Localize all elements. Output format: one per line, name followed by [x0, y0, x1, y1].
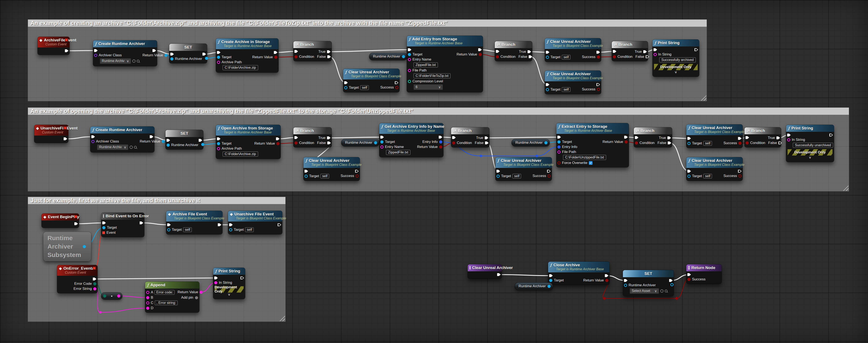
exec-pin[interactable] — [408, 48, 411, 52]
bool-pin[interactable] — [597, 56, 600, 59]
bool-pin[interactable] — [439, 145, 442, 149]
pin-text-input[interactable]: C:\Folder\FileToZip.txt — [413, 73, 451, 78]
exec-pin[interactable] — [485, 141, 489, 145]
str-pin[interactable] — [217, 61, 220, 64]
bool-pin[interactable] — [557, 162, 561, 165]
exec-pin[interactable] — [496, 50, 499, 53]
obj-pin[interactable] — [549, 279, 552, 282]
byte-pin[interactable] — [93, 282, 96, 285]
node-set1[interactable]: SETRuntime Archiver — [169, 44, 207, 63]
exec-pin[interactable] — [74, 222, 78, 226]
exec-pin[interactable] — [596, 83, 600, 86]
obj-pin[interactable] — [408, 53, 411, 56]
int-pin[interactable] — [408, 80, 411, 83]
node-e2[interactable]: ◈UnarchiveFileEventCustom Event — [34, 125, 68, 143]
exec-pin[interactable] — [776, 136, 780, 140]
exec-pin[interactable] — [624, 279, 627, 282]
bool-pin[interactable] — [395, 86, 398, 89]
bool-pin[interactable] — [687, 278, 690, 281]
exec-pin[interactable] — [380, 135, 384, 139]
exec-pin[interactable] — [694, 48, 698, 52]
node-br4[interactable]: ⇄BranchTrueConditionFalse — [293, 127, 332, 147]
node-bp[interactable]: ◈Event BeginPlay — [41, 213, 79, 228]
bool-pin[interactable] — [478, 53, 482, 56]
node-ps2[interactable]: ƒPrint StringIn StringSuccessfully unarc… — [786, 125, 834, 162]
exec-pin[interactable] — [668, 141, 671, 145]
node-app[interactable]: ƒAppendAError code:Return ValueBAdd pin⊕… — [145, 282, 199, 313]
str-pin[interactable] — [557, 150, 561, 154]
exec-pin[interactable] — [738, 169, 742, 173]
exec-pin[interactable] — [167, 223, 171, 227]
wire[interactable] — [276, 52, 296, 53]
node-cua1[interactable]: ƒClear Unreal ArchiverTarget is Blueprin… — [343, 69, 399, 92]
node-ca[interactable]: ƒClose ArchiveTarget is Runtime Archiver… — [548, 262, 610, 285]
exec-pin[interactable] — [687, 169, 691, 173]
exec-pin[interactable] — [140, 221, 143, 225]
str-pin[interactable] — [117, 294, 120, 297]
obj-pin[interactable] — [201, 143, 204, 146]
obj-pin[interactable] — [102, 226, 105, 229]
obj-pin[interactable] — [217, 142, 220, 145]
exec-pin[interactable] — [613, 50, 616, 53]
variable-node-pill4[interactable]: Runtime Archiver — [515, 283, 553, 290]
variable-node-rasub[interactable]: RuntimeArchiverSubsystem — [43, 232, 91, 261]
search-icon[interactable] — [665, 290, 668, 292]
reset-icon[interactable] — [130, 146, 133, 149]
exec-pin[interactable] — [624, 135, 628, 139]
node-oer[interactable]: ◈OnError_EventaCustom EventError CodeErr… — [57, 265, 97, 293]
struct-pin[interactable] — [557, 145, 561, 149]
obj-pin[interactable] — [557, 140, 561, 144]
node-ret[interactable]: Return NodeSuccess — [686, 264, 722, 284]
pin-value-box[interactable]: self — [703, 141, 712, 146]
exec-pin[interactable] — [687, 137, 691, 140]
exec-pin[interactable] — [278, 223, 281, 227]
obj-pin[interactable] — [164, 54, 167, 57]
variable-node-pill3[interactable]: Runtime Archiver — [512, 139, 550, 146]
node-br5[interactable]: ⇄BranchTrueConditionFalse — [451, 127, 489, 147]
exec-pin[interactable] — [305, 169, 308, 173]
node-br7[interactable]: ⇄BranchTrueConditionFalse — [745, 127, 781, 147]
exec-pin[interactable] — [217, 51, 220, 54]
str-pin[interactable] — [654, 53, 657, 56]
bool-pin[interactable] — [597, 88, 600, 91]
cls-pin[interactable] — [91, 140, 94, 143]
exec-pin[interactable] — [229, 223, 233, 227]
obj-pin[interactable] — [687, 142, 690, 145]
exec-pin[interactable] — [203, 52, 206, 56]
pin-value-box[interactable]: self — [183, 227, 192, 232]
reroute-dot[interactable] — [99, 311, 102, 314]
node-ees[interactable]: ƒExtract Entry to StorageTarget is Runti… — [556, 123, 629, 167]
node-aes[interactable]: ƒAdd Entry from StorageTarget is Runtime… — [407, 36, 483, 92]
wire[interactable] — [329, 137, 382, 138]
exec-pin[interactable] — [829, 133, 833, 137]
obj-pin[interactable] — [548, 285, 551, 288]
obj-pin[interactable] — [305, 175, 308, 178]
bool-pin[interactable] — [452, 141, 455, 145]
exec-pin[interactable] — [294, 136, 298, 139]
exec-pin[interactable] — [327, 50, 331, 54]
bool-pin[interactable] — [738, 142, 742, 145]
str-pin[interactable] — [146, 291, 149, 294]
dropdown[interactable]: 6∨ — [413, 84, 443, 90]
str-pin[interactable] — [146, 296, 149, 299]
exec-pin[interactable] — [294, 50, 298, 53]
node-ps1[interactable]: ƒPrint StringIn StringSuccessfully archi… — [653, 39, 699, 77]
wire[interactable] — [65, 137, 93, 139]
node-bind[interactable]: Bind Event to On ErrorTargetEvent — [101, 213, 144, 237]
search-icon[interactable] — [137, 60, 140, 62]
obj-pin[interactable] — [496, 175, 500, 178]
exec-pin[interactable] — [496, 169, 500, 173]
obj-pin[interactable] — [167, 228, 170, 231]
node-ufe[interactable]: ◈Unarchive File EventTarget is Blueprint… — [228, 211, 282, 234]
exec-pin[interactable] — [439, 135, 442, 139]
wire[interactable] — [119, 296, 148, 298]
obj-pin[interactable] — [545, 141, 548, 144]
pin-text-input[interactable]: Successfully unarchived — [793, 143, 833, 148]
delegate-pin[interactable] — [65, 38, 68, 41]
node-cua2[interactable]: ƒClear Unreal ArchiverTarget is Blueprin… — [545, 38, 601, 62]
dropdown[interactable]: Runtime Archiv∨ — [100, 58, 131, 64]
wire[interactable] — [76, 223, 104, 224]
pin-value-box[interactable]: self — [513, 174, 521, 178]
node-set2[interactable]: SETRuntime Archiver — [165, 130, 203, 149]
obj-pin[interactable] — [217, 56, 220, 59]
